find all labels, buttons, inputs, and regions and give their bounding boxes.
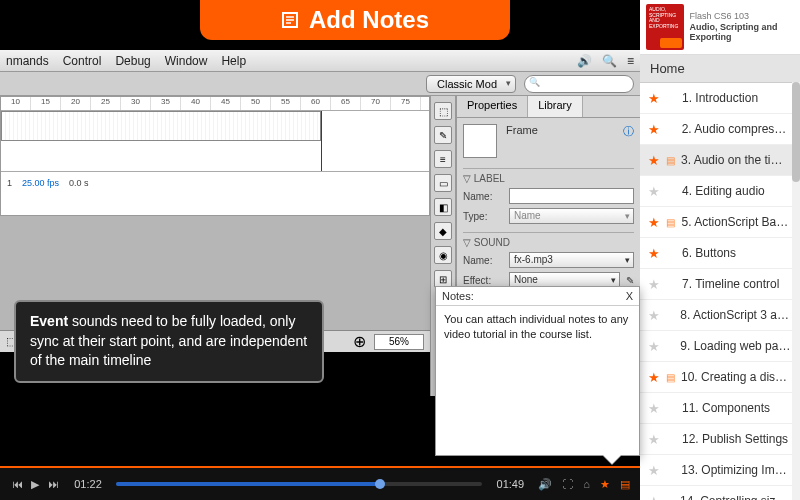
workspace-select[interactable]: Classic Mod [426,75,516,93]
volume-icon[interactable]: 🔊 [538,478,552,491]
fullscreen-icon[interactable]: ⛶ [562,478,573,490]
sound-section-header: ▽ SOUND [463,237,634,248]
chapter-label: 1. Introduction [682,91,758,105]
course-header: AUDIO, SCRIPTING AND EXPORTING Flash CS6… [640,0,800,55]
status-fps: 25.00 fps [22,178,59,188]
star-icon[interactable]: ★ [648,370,660,385]
chapter-item[interactable]: ★11. Components [640,393,800,424]
star-icon[interactable]: ★ [648,339,660,354]
note-indicator-icon: ▤ [666,155,675,166]
tool-icon[interactable]: ⬚ [434,102,452,120]
label-type-select[interactable]: Name [509,208,634,224]
note-indicator-icon: ▤ [666,217,676,228]
status-time: 0.0 s [69,178,89,188]
course-code: Flash CS6 103 [690,11,794,22]
tool-icon[interactable]: ◧ [434,198,452,216]
seek-progress [116,482,380,486]
chapter-item[interactable]: ★▤3. Audio on the timeline [640,145,800,176]
menu-commands[interactable]: nmands [6,54,49,68]
callout-text: sounds need to be fully loaded, only syn… [30,313,307,368]
sound-edit-icon[interactable]: ✎ [626,275,634,286]
zoom-fit-icon[interactable]: ⊕ [353,332,366,351]
chapter-label: 14. Controlling size of exp [680,494,792,500]
chapter-item[interactable]: ★9. Loading web pages an [640,331,800,362]
play-button[interactable]: ▶ [28,477,42,491]
tab-properties[interactable]: Properties [457,96,528,117]
label-type-label: Type: [463,211,503,222]
label-name-label: Name: [463,191,503,202]
star-icon[interactable]: ★ [648,246,660,261]
star-icon[interactable]: ★ [648,277,660,292]
volume-icon[interactable]: 🔊 [577,54,592,68]
menu-extra-icon[interactable]: ≡ [627,54,634,68]
timeline-ruler[interactable]: 10 15 20 25 30 35 40 45 50 55 60 65 70 7… [1,97,429,111]
scrollbar-thumb[interactable] [792,82,800,182]
next-button[interactable]: ⏭ [46,477,60,491]
notes-toggle-icon[interactable]: ▤ [620,478,630,491]
star-icon[interactable]: ★ [648,432,660,447]
search-input[interactable] [524,75,634,93]
star-icon[interactable]: ★ [648,122,660,137]
info-icon[interactable]: ⓘ [623,124,634,139]
chapter-item[interactable]: ★13. Optimizing Images [640,455,800,486]
star-icon[interactable]: ★ [648,184,660,199]
star-icon[interactable]: ★ [648,153,660,168]
popup-tail [603,455,621,464]
note-indicator-icon: ▤ [666,372,675,383]
menu-help[interactable]: Help [221,54,246,68]
seek-knob[interactable] [375,479,385,489]
chapter-label: 3. Audio on the timeline [681,153,792,167]
star-icon[interactable]: ★ [648,308,660,323]
chapter-item[interactable]: ★8. ActionScript 3 and Cod [640,300,800,331]
timeline-segment[interactable] [1,111,321,141]
tool-icon[interactable]: ▭ [434,174,452,192]
star-icon[interactable]: ★ [648,494,660,501]
chapter-item[interactable]: ★12. Publish Settings [640,424,800,455]
chapter-item[interactable]: ★6. Buttons [640,238,800,269]
info-callout: Event sounds need to be fully loaded, on… [14,300,324,383]
star-icon[interactable]: ★ [648,401,660,416]
tab-library[interactable]: Library [528,96,583,117]
timeline-tracks[interactable] [1,111,429,171]
star-icon[interactable]: ★ [648,91,660,106]
star-icon[interactable]: ★ [600,478,610,491]
star-icon[interactable]: ★ [648,215,660,230]
sound-name-select[interactable]: fx-6.mp3 [509,252,634,268]
tool-icon[interactable]: ≡ [434,150,452,168]
sidebar-scrollbar[interactable] [792,82,800,500]
tool-icon[interactable]: ✎ [434,126,452,144]
label-section-header: ▽ LABEL [463,173,634,184]
chapter-item[interactable]: ★1. Introduction [640,83,800,114]
course-thumbnail: AUDIO, SCRIPTING AND EXPORTING [646,4,684,50]
tool-icon[interactable]: ◉ [434,246,452,264]
frame-icon [463,124,497,158]
timeline-panel: 10 15 20 25 30 35 40 45 50 55 60 65 70 7… [0,96,430,216]
timeline-playhead[interactable] [321,111,322,171]
notes-body[interactable]: You can attach individual notes to any v… [436,306,639,348]
chapter-label: 4. Editing audio [682,184,765,198]
chapter-item[interactable]: ★▤10. Creating a disabled b [640,362,800,393]
search-icon[interactable]: 🔍 [602,54,617,68]
star-icon[interactable]: ★ [648,463,660,478]
label-name-input[interactable] [509,188,634,204]
chapter-item[interactable]: ★2. Audio compression [640,114,800,145]
chapter-item[interactable]: ★7. Timeline control [640,269,800,300]
chapter-item[interactable]: ★14. Controlling size of exp [640,486,800,500]
chapter-item[interactable]: ★4. Editing audio [640,176,800,207]
nav-home[interactable]: Home [640,55,800,83]
menu-window[interactable]: Window [165,54,208,68]
add-notes-banner: Add Notes [200,0,510,40]
close-icon[interactable]: X [626,290,633,302]
callout-bold: Event [30,313,68,329]
menu-control[interactable]: Control [63,54,102,68]
tool-icon[interactable]: ◆ [434,222,452,240]
seek-slider[interactable] [116,482,482,486]
menu-debug[interactable]: Debug [115,54,150,68]
chapter-item[interactable]: ★▤5. ActionScript Basics [640,207,800,238]
home-icon[interactable]: ⌂ [583,478,590,490]
zoom-input[interactable]: 56% [374,334,424,350]
chapter-label: 7. Timeline control [682,277,779,291]
course-title: Audio, Scripting and Exporting [690,22,794,44]
menu-bar: nmands Control Debug Window Help 🔊 🔍 ≡ [0,50,640,72]
prev-button[interactable]: ⏮ [10,477,24,491]
